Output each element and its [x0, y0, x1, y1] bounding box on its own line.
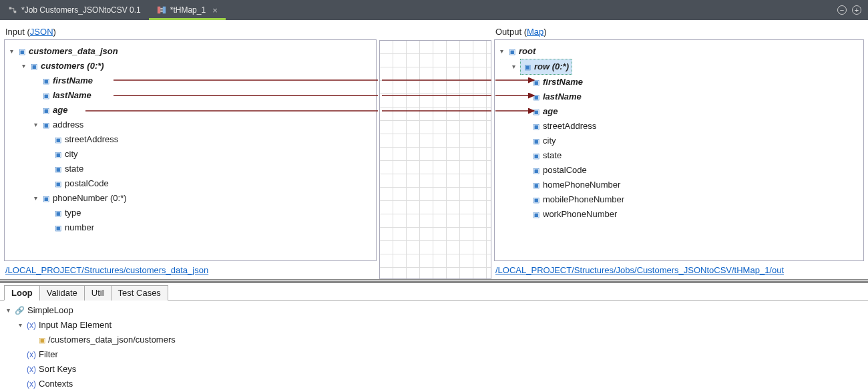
element-icon: ▣	[54, 165, 62, 173]
job-icon	[8, 5, 17, 15]
tree-node-firstname[interactable]: ▾▣firstName	[521, 75, 861, 89]
expand-toggle[interactable]: ▾	[4, 303, 12, 318]
element-icon: ▣	[54, 136, 62, 144]
maximize-icon[interactable]: +	[852, 5, 861, 15]
element-icon: ▣	[532, 93, 540, 101]
element-icon: ▣	[42, 194, 50, 202]
tree-node-age[interactable]: ▾▣age	[31, 103, 373, 118]
loop-tree[interactable]: ▾ 🔗 SimpleLoop ▾ (x) Input Map Element	[0, 301, 868, 392]
tree-node-lastname[interactable]: ▾▣lastName	[31, 88, 373, 103]
element-icon: ▣	[532, 152, 540, 160]
loop-node-path[interactable]: ▾ ▣ /customers_data_json/customers	[28, 333, 864, 347]
tree-node-root[interactable]: ▾ ▣ customers_data_json	[7, 44, 373, 59]
tree-node-age[interactable]: ▾▣age	[521, 104, 861, 119]
editor-tab-job[interactable]: *Job Customers_JSONtoCSV 0.1	[0, 0, 149, 20]
loop-node-simpleloop[interactable]: ▾ 🔗 SimpleLoop	[4, 303, 864, 318]
element-icon: ▣	[532, 108, 540, 116]
expand-toggle[interactable]: ▾	[19, 59, 27, 73]
tree-node-firstname[interactable]: ▾▣firstName	[31, 73, 373, 88]
tree-node-phonenumber[interactable]: ▾▣phoneNumber (0:*)	[31, 191, 373, 206]
tree-node-address[interactable]: ▾▣address	[31, 118, 373, 132]
tree-node-city[interactable]: ▾▣city	[521, 134, 861, 148]
expand-toggle[interactable]: ▾	[31, 118, 39, 132]
element-icon: ▣	[532, 210, 540, 218]
close-icon[interactable]: ×	[212, 5, 218, 15]
mapping-canvas[interactable]	[379, 40, 491, 279]
svg-rect-1	[14, 11, 17, 13]
expand-toggle[interactable]: ▾	[497, 44, 505, 59]
expand-toggle[interactable]: ▾	[31, 191, 39, 206]
element-icon: ▣	[42, 91, 50, 100]
element-icon: ▣	[532, 122, 540, 130]
element-icon: ▣	[54, 180, 62, 188]
input-header: Input (JSON)	[4, 23, 377, 39]
tree-node-mobilephone[interactable]: ▾▣mobilePhoneNumber	[521, 192, 861, 207]
tree-node-number[interactable]: ▾▣number	[43, 220, 373, 235]
editor-tab-thmap[interactable]: *tHMap_1 ×	[149, 0, 226, 20]
tab-label: *tHMap_1	[170, 5, 206, 15]
link-icon: 🔗	[15, 303, 25, 318]
expand-toggle[interactable]: ▾	[7, 44, 15, 59]
tree-node-row[interactable]: ▾ ▣ row (0:*)	[509, 59, 861, 75]
tab-util[interactable]: Util	[84, 285, 112, 301]
element-icon: ▣	[532, 196, 540, 204]
element-icon: ▣	[54, 209, 62, 217]
tree-node-customers[interactable]: ▾ ▣ customers (0:*)	[19, 59, 373, 73]
element-icon: ▣	[532, 181, 540, 189]
element-icon: ▣	[54, 150, 62, 158]
input-type-link[interactable]: JSON	[30, 27, 53, 37]
loop-node-inputmapelement[interactable]: ▾ (x) Input Map Element	[16, 318, 864, 333]
input-structure-link[interactable]: /LOCAL_PROJECT/Structures/customers_data…	[5, 265, 208, 275]
output-type-link[interactable]: Map	[527, 27, 544, 37]
loop-node-contexts[interactable]: ▾(x)Contexts	[16, 377, 864, 391]
svg-rect-3	[163, 7, 166, 14]
variable-icon: (x)	[27, 362, 36, 377]
element-icon: ▣	[18, 47, 26, 55]
element-icon: ▣	[30, 62, 38, 70]
tab-validate[interactable]: Validate	[39, 285, 85, 301]
variable-icon: (x)	[27, 318, 36, 333]
tree-node-type[interactable]: ▾▣type	[43, 206, 373, 220]
output-tree[interactable]: ▾ ▣ root ▾ ▣ row (0:*)	[494, 39, 864, 261]
tree-node-state[interactable]: ▾▣state	[521, 148, 861, 163]
tree-node-state[interactable]: ▾▣state	[43, 162, 373, 176]
tree-node-lastname[interactable]: ▾▣lastName	[521, 89, 861, 104]
element-icon: ▣	[508, 47, 516, 55]
variable-icon: (x)	[27, 347, 36, 362]
tree-node-postalcode[interactable]: ▾▣postalCode	[43, 176, 373, 191]
path-icon: ▣	[39, 333, 45, 347]
expand-toggle[interactable]: ▾	[16, 318, 24, 333]
tab-loop[interactable]: Loop	[4, 285, 40, 301]
variable-icon: (x)	[27, 377, 36, 391]
tab-label: *Job Customers_JSONtoCSV 0.1	[21, 5, 141, 15]
tab-testcases[interactable]: Test Cases	[111, 285, 168, 301]
element-icon: ▣	[42, 106, 50, 114]
svg-rect-0	[9, 7, 12, 10]
element-icon: ▣	[532, 137, 540, 145]
element-icon: ▣	[523, 63, 531, 71]
element-icon: ▣	[54, 224, 62, 232]
map-icon	[157, 5, 166, 15]
loop-node-filter[interactable]: ▾(x)Filter	[16, 347, 864, 362]
output-structure-link[interactable]: /LOCAL_PROJECT/Structures/Jobs/Customers…	[495, 265, 784, 275]
minimize-icon[interactable]: −	[837, 5, 847, 15]
output-header: Output (Map)	[494, 23, 864, 39]
expand-toggle[interactable]: ▾	[509, 59, 517, 74]
tree-node-root[interactable]: ▾ ▣ root	[497, 44, 861, 59]
element-icon: ▣	[42, 121, 50, 129]
svg-rect-2	[158, 7, 160, 14]
element-icon: ▣	[532, 78, 540, 86]
tree-node-homephone[interactable]: ▾▣homePhoneNumber	[521, 178, 861, 192]
tree-node-streetaddress[interactable]: ▾▣streetAddress	[521, 119, 861, 134]
tree-node-streetaddress[interactable]: ▾▣streetAddress	[43, 132, 373, 147]
element-icon: ▣	[42, 77, 50, 85]
element-icon: ▣	[532, 166, 540, 174]
input-tree[interactable]: ▾ ▣ customers_data_json ▾ ▣ customers (0…	[4, 39, 377, 261]
tree-node-city[interactable]: ▾▣city	[43, 147, 373, 162]
tree-node-workphone[interactable]: ▾▣workPhoneNumber	[521, 207, 861, 222]
tree-node-postalcode[interactable]: ▾▣postalCode	[521, 163, 861, 178]
loop-node-sortkeys[interactable]: ▾(x)Sort Keys	[16, 362, 864, 377]
